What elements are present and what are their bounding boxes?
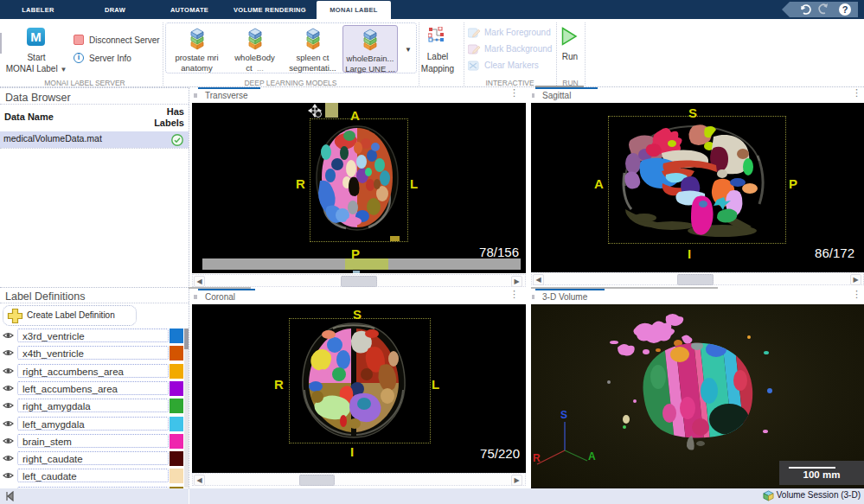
svg-text:R: R xyxy=(533,452,541,464)
svg-text:?: ? xyxy=(842,4,848,15)
svg-text:S: S xyxy=(560,409,567,421)
svg-text:A: A xyxy=(588,450,596,463)
